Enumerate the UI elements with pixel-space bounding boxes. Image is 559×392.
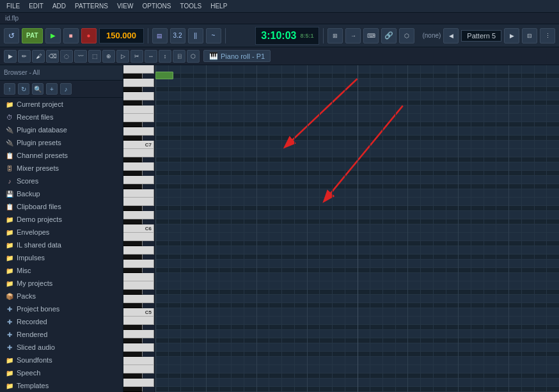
piano-key-D#[interactable] <box>123 122 143 127</box>
snap-btn[interactable]: ▤ <box>152 28 168 43</box>
piano-key-E[interactable] <box>123 365 154 373</box>
note-block[interactable] <box>155 72 173 79</box>
zoom-tool[interactable]: ⊕ <box>102 50 115 63</box>
piano-key-A#[interactable] <box>123 157 143 162</box>
sidebar-item-channel-presets[interactable]: 📋Channel presets <box>0 149 123 162</box>
playback-tool[interactable]: ▷ <box>116 50 129 63</box>
piano-key-A[interactable] <box>123 330 154 338</box>
menu-edit[interactable]: EDIT <box>25 1 47 11</box>
pencil-tool[interactable]: ✏ <box>18 50 31 63</box>
sidebar-item-recorded[interactable]: ✚Recorded <box>0 315 123 328</box>
piano-key-G[interactable] <box>123 343 154 352</box>
piano-key-B[interactable] <box>123 149 154 157</box>
detuner-tool[interactable]: 〰 <box>74 50 87 63</box>
arrow-tool[interactable]: ▶ <box>4 50 17 63</box>
sidebar-item-plugin-database[interactable]: 🔌Plugin database <box>0 123 123 136</box>
piano-key-G#[interactable] <box>123 87 143 92</box>
sidebar-item-mixer-presets[interactable]: 🎛Mixer presets <box>0 162 123 175</box>
sidebar-item-project-bones[interactable]: ✚Project bones <box>0 302 123 315</box>
piano-key-A#[interactable] <box>123 325 143 330</box>
sidebar-volume-btn[interactable]: ♪ <box>60 83 72 95</box>
piano-key-F[interactable] <box>123 357 154 365</box>
settings-btn[interactable]: ⋮ <box>540 28 555 43</box>
piano-key-E[interactable] <box>123 114 154 122</box>
record-btn[interactable]: ● <box>81 28 97 43</box>
piano-key-A[interactable] <box>123 246 154 255</box>
piano-key-C#[interactable] <box>123 219 143 224</box>
sidebar-add-btn[interactable]: + <box>46 83 58 95</box>
menu-file[interactable]: FILE <box>3 1 24 11</box>
piano-grid[interactable]: 1 2 <box>155 65 559 392</box>
menu-view[interactable]: VIEW <box>113 1 138 11</box>
piano-key-C6[interactable]: C6 <box>123 224 154 233</box>
piano-key-E[interactable] <box>123 281 154 290</box>
glue-tool[interactable]: ⬡ <box>187 50 200 63</box>
pattern-next[interactable]: ▶ <box>504 28 519 43</box>
loop-btn[interactable]: ↺ <box>4 28 19 43</box>
piano-key-G#[interactable] <box>123 171 143 176</box>
piano-key-A[interactable] <box>123 79 154 87</box>
menu-options[interactable]: OPTIONS <box>138 1 175 11</box>
tempo-display[interactable]: 150.000 <box>99 28 144 43</box>
channel-btn[interactable]: → <box>345 28 361 43</box>
menu-patterns[interactable]: PATTERNS <box>71 1 112 11</box>
sidebar-item-sliced-audio[interactable]: ✚Sliced audio <box>0 341 123 354</box>
piano-key-B[interactable] <box>123 317 154 325</box>
sidebar-item-templates[interactable]: 📁Templates <box>0 379 123 392</box>
menu-tools[interactable]: TOOLS <box>176 1 205 11</box>
piano-key-C#[interactable] <box>123 136 143 141</box>
sidebar-up-btn[interactable]: ↑ <box>4 83 15 95</box>
sidebar-item-current-project[interactable]: 📁Current project <box>0 98 123 111</box>
arrange-btn[interactable]: ⊟ <box>522 28 537 43</box>
piano-key-F[interactable] <box>123 273 154 281</box>
stamp-btn[interactable]: ⬡ <box>399 28 414 43</box>
sidebar-item-impulses[interactable]: 📁Impulses <box>0 251 123 264</box>
sidebar-item-clipboard-files[interactable]: 📋Clipboard files <box>0 200 123 213</box>
piano-btn[interactable]: ⌨ <box>363 28 379 43</box>
piano-key-C#[interactable] <box>123 303 143 308</box>
piano-key-G#[interactable] <box>123 338 143 343</box>
pattern-name[interactable]: Pattern 5 <box>461 30 501 42</box>
eraser-tool[interactable]: ⌫ <box>46 50 59 63</box>
piano-key-F#[interactable] <box>123 268 143 273</box>
piano-key-C#[interactable] <box>123 387 143 392</box>
sidebar-search-btn[interactable]: 🔍 <box>32 83 43 95</box>
piano-key-D[interactable] <box>123 295 154 303</box>
sidebar-item-recent-files[interactable]: ⏱Recent files <box>0 111 123 123</box>
pat-button[interactable]: PAT <box>22 28 43 43</box>
menu-add[interactable]: ADD <box>49 1 70 11</box>
sidebar-item-soundfonts[interactable]: 📁Soundfonts <box>0 354 123 366</box>
menu-help[interactable]: HELP <box>207 1 231 11</box>
piano-key-A#[interactable] <box>123 74 143 79</box>
select-tool[interactable]: ⬚ <box>88 50 101 63</box>
quantize-btn[interactable]: 3.2 <box>170 28 185 43</box>
flip-h-tool[interactable]: ↔ <box>145 50 157 63</box>
piano-key-D#[interactable] <box>123 290 143 295</box>
sidebar-item-my-projects[interactable]: 📁My projects <box>0 277 123 290</box>
piano-key-C7[interactable]: C7 <box>123 141 154 149</box>
piano-key-F[interactable] <box>123 106 154 114</box>
sidebar-item-rendered[interactable]: ✚Rendered <box>0 328 123 341</box>
piano-key-D[interactable] <box>123 211 154 219</box>
flip-v-tool[interactable]: ↕ <box>159 50 171 63</box>
piano-key-G[interactable] <box>123 92 154 100</box>
wave-btn[interactable]: ~ <box>206 28 221 43</box>
sidebar-item-demo-projects[interactable]: 📁Demo projects <box>0 213 123 226</box>
piano-key-G#[interactable] <box>123 255 143 260</box>
sidebar-item-packs[interactable]: 📦Packs <box>0 290 123 302</box>
sidebar-item-speech[interactable]: 📁Speech <box>0 366 123 379</box>
link-btn[interactable]: 🔗 <box>381 28 397 43</box>
sidebar-item-scores[interactable]: ♪Scores <box>0 175 123 187</box>
piano-key-A#[interactable] <box>123 241 143 246</box>
paint-tool[interactable]: 🖌 <box>32 50 45 63</box>
pattern-prev[interactable]: ◀ <box>443 28 459 43</box>
sidebar-item-envelopes[interactable]: 📁Envelopes <box>0 226 123 239</box>
arp-tool[interactable]: ⌸ <box>173 50 185 63</box>
stop-btn[interactable]: ■ <box>63 28 79 43</box>
play-btn[interactable]: ▶ <box>45 28 61 43</box>
bar-btn[interactable]: || <box>188 28 203 43</box>
piano-key-B[interactable] <box>123 65 154 74</box>
piano-key-D#[interactable] <box>123 206 143 211</box>
sidebar-item-il-shared-data[interactable]: 📁IL shared data <box>0 239 123 251</box>
piano-key-F#[interactable] <box>123 184 143 189</box>
